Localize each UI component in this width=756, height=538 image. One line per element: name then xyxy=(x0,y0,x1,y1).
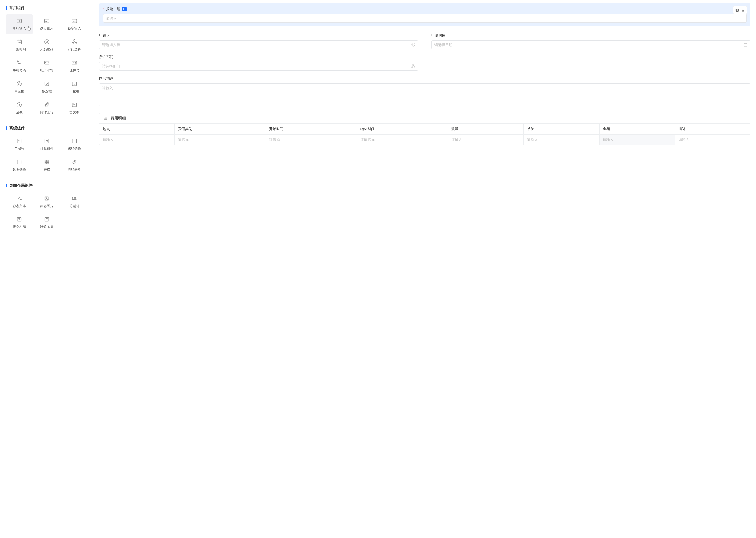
comp-calc[interactable]: 计算组件 xyxy=(34,134,60,154)
field-label: 所在部门 xyxy=(99,55,418,60)
cell-qty[interactable]: 请输入 xyxy=(448,134,524,145)
billno-icon: No xyxy=(16,138,22,144)
checkbox-icon xyxy=(44,81,50,87)
cascade-icon xyxy=(71,138,77,144)
comp-linkform[interactable]: 关联表单 xyxy=(61,155,88,175)
svg-rect-29 xyxy=(45,196,49,200)
cell-end[interactable]: 请请选择 xyxy=(357,134,448,145)
comp-id-card[interactable]: 证件号 xyxy=(61,56,88,76)
col-price: 单价 xyxy=(524,124,599,134)
subtable-header: 费用明细 xyxy=(99,113,750,124)
dept-input[interactable] xyxy=(99,62,418,71)
svg-point-15 xyxy=(73,62,74,63)
image-icon xyxy=(44,195,50,201)
table-header-row: 地点 费用类别 开始时间 结束时间 数量 单价 金额 描述 xyxy=(99,124,750,134)
comp-table[interactable]: 表格 xyxy=(34,155,60,175)
svg-rect-39 xyxy=(414,67,415,68)
cell-location[interactable]: 请输入 xyxy=(99,134,175,145)
svg-rect-14 xyxy=(72,61,77,64)
comp-static-image[interactable]: 静态图片 xyxy=(34,192,60,212)
subtable-title: 费用明细 xyxy=(111,116,126,121)
cell-price[interactable]: 请输入 xyxy=(524,134,599,145)
section-title-layout: 页面布局组件 xyxy=(6,183,88,188)
calc-icon xyxy=(44,138,50,144)
comp-select[interactable]: 下拉框 xyxy=(61,77,88,97)
comp-tabs[interactable]: 叶签布局 xyxy=(34,213,60,233)
number-icon: 123 xyxy=(71,18,77,24)
svg-rect-19 xyxy=(73,81,76,86)
cell-amount[interactable]: 请输入 xyxy=(599,134,675,145)
expense-subtable[interactable]: 费用明细 地点 费用类别 开始时间 结束时间 数量 单价 金额 描述 请输入 请… xyxy=(99,113,750,145)
col-qty: 数量 xyxy=(448,124,524,134)
dataselect-icon xyxy=(16,159,22,165)
comp-collapse[interactable]: 折叠布局 xyxy=(6,213,32,233)
comp-static-text[interactable]: a 静态文本 xyxy=(6,192,32,212)
table-row[interactable]: 请输入 请选择 请选择 请请选择 请输入 请输入 请输入 请输入 xyxy=(99,134,750,145)
delete-button[interactable] xyxy=(740,7,746,13)
section-title-advanced: 高级组件 xyxy=(6,126,88,131)
svg-point-9 xyxy=(46,40,48,42)
col-desc: 描述 xyxy=(675,124,750,134)
field-reimburse-subject[interactable]: * 报销主题 H xyxy=(99,3,750,27)
cell-desc[interactable]: 请输入 xyxy=(675,134,750,145)
text-input-icon xyxy=(16,18,22,24)
field-applicant[interactable]: 申请人 xyxy=(99,33,418,49)
textarea-icon xyxy=(44,18,50,24)
comp-dept-select[interactable]: 部门选择 xyxy=(61,35,88,55)
applicant-input[interactable] xyxy=(99,40,418,49)
svg-rect-12 xyxy=(75,42,77,44)
heading-tag: H xyxy=(122,7,127,11)
user-icon xyxy=(44,39,50,45)
richtext-icon xyxy=(71,102,77,108)
svg-point-17 xyxy=(18,83,20,84)
comp-divider[interactable]: 分割符 xyxy=(61,192,88,212)
cursor-hand-icon xyxy=(26,26,31,33)
comp-multi-line-input[interactable]: 多行输入 xyxy=(34,14,60,34)
table-icon xyxy=(44,159,50,165)
applytime-input[interactable] xyxy=(431,40,750,49)
comp-single-line-input[interactable]: 单行输入 xyxy=(6,14,32,34)
attachment-icon xyxy=(44,102,50,108)
user-icon xyxy=(411,42,416,47)
comp-user-select[interactable]: 人员选择 xyxy=(34,35,60,55)
divider-icon xyxy=(71,195,77,201)
link-icon xyxy=(71,159,77,165)
field-label: 申请人 xyxy=(99,33,418,38)
comp-money[interactable]: 金额 xyxy=(6,98,32,118)
cell-type[interactable]: 请选择 xyxy=(175,134,266,145)
svg-rect-24 xyxy=(45,139,49,143)
comp-email[interactable]: 电子邮箱 xyxy=(34,56,60,76)
description-textarea[interactable] xyxy=(99,83,750,106)
cell-start[interactable]: 请选择 xyxy=(266,134,357,145)
svg-rect-11 xyxy=(72,42,74,44)
field-apply-time[interactable]: 申请时间 xyxy=(431,33,750,49)
comp-dataselect[interactable]: 数据选择 xyxy=(6,155,32,175)
comp-attachment[interactable]: 附件上传 xyxy=(34,98,60,118)
field-description[interactable]: 内容描述 xyxy=(99,76,750,107)
svg-rect-18 xyxy=(45,81,49,86)
comp-date-time[interactable]: 日期时间 xyxy=(6,35,32,55)
comp-bill-no[interactable]: No 单据号 xyxy=(6,134,32,154)
comp-richtext[interactable]: 富文本 xyxy=(61,98,88,118)
comp-phone[interactable]: 手机号码 xyxy=(6,56,32,76)
col-start: 开始时间 xyxy=(266,124,357,134)
comp-radio[interactable]: 单选框 xyxy=(6,77,32,97)
comp-checkbox[interactable]: 多选框 xyxy=(34,77,60,97)
comp-cascade[interactable]: 级联选择 xyxy=(61,134,88,154)
select-icon xyxy=(71,81,77,87)
radio-icon xyxy=(16,81,22,87)
idcard-icon xyxy=(71,60,77,66)
svg-text:a: a xyxy=(21,198,22,201)
svg-rect-13 xyxy=(45,61,49,64)
subject-input[interactable] xyxy=(103,14,747,23)
org-icon xyxy=(411,64,416,68)
toggle-heading-button[interactable] xyxy=(734,7,740,13)
comp-number-input[interactable]: 123 数字输入 xyxy=(61,14,88,34)
statictext-icon: a xyxy=(16,195,22,201)
collapse-icon xyxy=(16,216,22,222)
field-dept[interactable]: 所在部门 xyxy=(99,55,418,71)
svg-text:123: 123 xyxy=(73,20,76,22)
col-location: 地点 xyxy=(99,124,175,134)
svg-point-5 xyxy=(18,42,19,42)
svg-point-35 xyxy=(413,44,414,45)
